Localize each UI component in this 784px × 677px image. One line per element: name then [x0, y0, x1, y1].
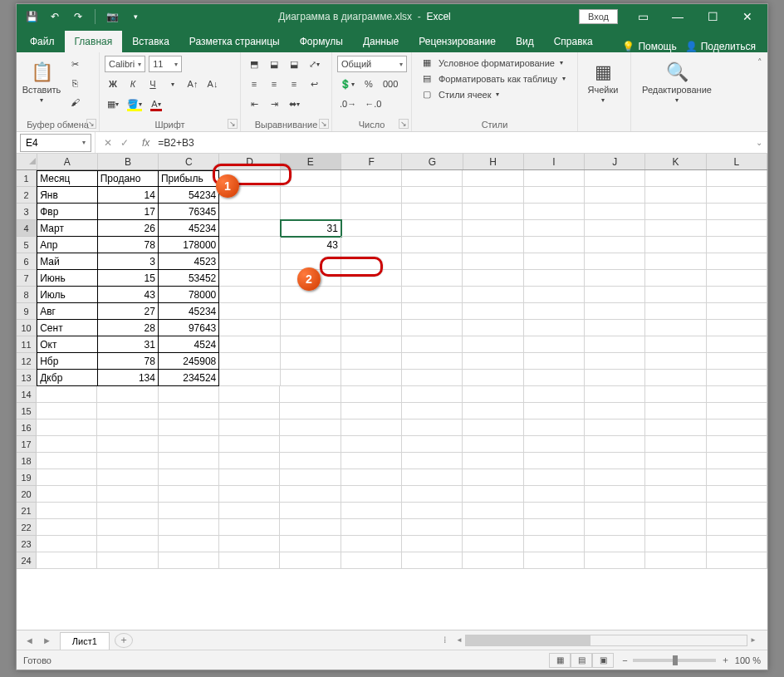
cell-J21[interactable] [585, 503, 645, 519]
row-header[interactable]: 10 [17, 320, 37, 336]
font-size-combo[interactable]: 11▾ [149, 56, 182, 72]
cell-F7[interactable] [341, 270, 402, 287]
row-header[interactable]: 15 [17, 403, 37, 419]
cell-K12[interactable] [645, 353, 706, 370]
tab-help[interactable]: Справка [544, 31, 603, 52]
cell-B2[interactable]: 14 [98, 187, 159, 204]
cell-E1[interactable] [281, 170, 341, 187]
horizontal-scrollbar[interactable] [465, 635, 747, 646]
cell-C21[interactable] [159, 503, 219, 519]
cell-F6[interactable] [341, 253, 402, 270]
cell-B10[interactable]: 28 [98, 320, 159, 336]
cell-L2[interactable] [707, 187, 767, 204]
cell-A22[interactable] [37, 519, 97, 536]
cell-G5[interactable] [402, 237, 463, 253]
cell-F24[interactable] [341, 552, 402, 569]
cell-I16[interactable] [524, 419, 585, 436]
fx-icon[interactable]: fx [137, 137, 154, 149]
cell-C22[interactable] [159, 519, 219, 536]
tab-data[interactable]: Данные [353, 31, 409, 52]
cell-C24[interactable] [159, 552, 219, 569]
cell-L8[interactable] [707, 287, 767, 303]
cell-H11[interactable] [463, 336, 523, 353]
cell-J18[interactable] [585, 453, 645, 469]
cell-H2[interactable] [463, 187, 523, 204]
cell-G18[interactable] [402, 453, 463, 469]
cell-I7[interactable] [524, 270, 585, 287]
cell-B6[interactable]: 3 [98, 253, 159, 270]
number-format-combo[interactable]: Общий▾ [337, 56, 407, 72]
cell-L4[interactable] [707, 220, 767, 237]
cut-icon[interactable]: ✂ [66, 56, 83, 72]
cell-D17[interactable] [219, 436, 280, 453]
cell-G22[interactable] [402, 519, 463, 536]
cell-G7[interactable] [402, 270, 463, 287]
cell-J12[interactable] [585, 353, 645, 370]
cell-J16[interactable] [585, 419, 645, 436]
cell-D13[interactable] [219, 370, 280, 386]
font-color-icon[interactable]: A▾ [148, 96, 164, 112]
cell-A13[interactable]: Дкбр [37, 370, 98, 386]
cell-H7[interactable] [463, 270, 523, 287]
cell-I23[interactable] [524, 536, 585, 552]
cell-D14[interactable] [219, 386, 280, 403]
cell-L22[interactable] [707, 519, 767, 536]
cell-K22[interactable] [645, 519, 706, 536]
cell-I22[interactable] [524, 519, 585, 536]
grid-body[interactable]: 1МесяцПроданоПрибыль2Янв14542343Фвр17763… [17, 170, 767, 630]
cell-J20[interactable] [585, 486, 645, 503]
cell-J14[interactable] [585, 386, 645, 403]
cell-L6[interactable] [707, 253, 767, 270]
cell-B3[interactable]: 17 [98, 204, 159, 220]
cell-K23[interactable] [645, 536, 706, 552]
tab-file[interactable]: Файл [20, 31, 65, 52]
cell-E22[interactable] [280, 519, 341, 536]
row-header[interactable]: 14 [17, 386, 37, 403]
cell-C7[interactable]: 53452 [159, 270, 219, 287]
cell-A6[interactable]: Май [37, 253, 98, 270]
cell-J4[interactable] [585, 220, 645, 237]
cell-H15[interactable] [463, 403, 523, 419]
cell-H14[interactable] [463, 386, 523, 403]
cell-F1[interactable] [341, 170, 402, 187]
cell-K15[interactable] [645, 403, 706, 419]
cell-E17[interactable] [280, 436, 341, 453]
borders-icon[interactable]: ▦▾ [105, 96, 121, 112]
row-header[interactable]: 5 [17, 237, 37, 253]
row-header[interactable]: 13 [17, 370, 37, 386]
cell-L18[interactable] [707, 453, 767, 469]
cell-C12[interactable]: 245908 [159, 353, 219, 370]
cell-G16[interactable] [402, 419, 463, 436]
cell-E4[interactable]: 31 [281, 220, 341, 237]
cell-I11[interactable] [524, 336, 585, 353]
cell-G10[interactable] [402, 320, 463, 336]
cell-K8[interactable] [645, 287, 706, 303]
cell-B23[interactable] [97, 536, 158, 552]
cell-A4[interactable]: Март [37, 220, 98, 237]
cell-A17[interactable] [37, 436, 97, 453]
cell-A7[interactable]: Июнь [37, 270, 98, 287]
cell-B8[interactable]: 43 [98, 287, 159, 303]
cell-D5[interactable] [219, 237, 280, 253]
cell-G14[interactable] [402, 386, 463, 403]
cell-F22[interactable] [341, 519, 402, 536]
column-header-A[interactable]: A [37, 154, 98, 169]
cell-F9[interactable] [341, 303, 402, 320]
cell-H3[interactable] [463, 204, 523, 220]
cell-I17[interactable] [524, 436, 585, 453]
cell-I6[interactable] [524, 253, 585, 270]
cell-A10[interactable]: Сент [37, 320, 98, 336]
cell-H23[interactable] [463, 536, 523, 552]
cell-K14[interactable] [645, 386, 706, 403]
enter-formula-icon[interactable]: ✓ [120, 137, 129, 149]
cell-I12[interactable] [524, 353, 585, 370]
cell-F10[interactable] [341, 320, 402, 336]
cell-F13[interactable] [341, 370, 402, 386]
row-header[interactable]: 2 [17, 187, 37, 204]
cell-L19[interactable] [707, 469, 767, 486]
cell-F21[interactable] [341, 503, 402, 519]
column-header-H[interactable]: H [463, 154, 524, 169]
tab-page-layout[interactable]: Разметка страницы [179, 31, 290, 52]
cell-J6[interactable] [585, 253, 645, 270]
cell-L16[interactable] [707, 419, 767, 436]
